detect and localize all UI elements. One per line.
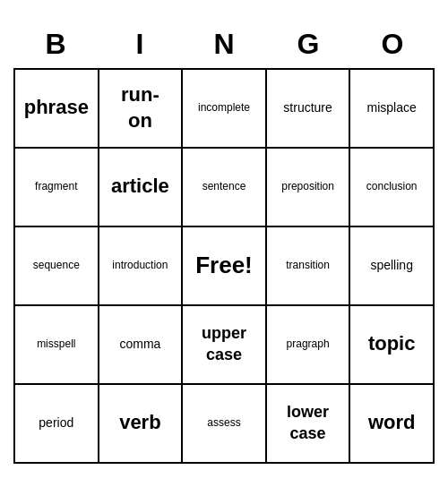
- cell-0-0: phrase: [15, 70, 99, 149]
- cell-3-3: pragraph: [267, 306, 351, 385]
- cell-4-2: assess: [183, 385, 267, 464]
- cell-1-4: conclusion: [350, 149, 435, 227]
- bingo-grid: phraserun- onincompletestructuremisplace…: [13, 68, 435, 464]
- cell-0-3: structure: [267, 70, 351, 149]
- header-letter: N: [182, 24, 266, 64]
- cell-2-3: transition: [267, 227, 351, 306]
- cell-2-1: introduction: [99, 227, 184, 306]
- cell-3-0: misspell: [15, 306, 99, 385]
- cell-4-3: lower case: [267, 385, 351, 464]
- header-letter: B: [13, 24, 98, 64]
- cell-3-1: comma: [99, 306, 184, 385]
- cell-1-1: article: [99, 149, 184, 227]
- cell-0-2: incomplete: [183, 70, 267, 149]
- cell-2-2: Free!: [183, 227, 267, 306]
- cell-3-2: upper case: [183, 306, 267, 385]
- header-letter: I: [98, 24, 182, 64]
- bingo-card: BINGO phraserun- onincompletestructuremi…: [13, 24, 435, 464]
- cell-2-0: sequence: [15, 227, 99, 306]
- bingo-header: BINGO: [13, 24, 435, 64]
- header-letter: G: [266, 24, 350, 64]
- cell-3-4: topic: [350, 306, 435, 385]
- cell-4-4: word: [350, 385, 435, 464]
- cell-0-1: run- on: [99, 70, 184, 149]
- cell-2-4: spelling: [350, 227, 435, 306]
- cell-1-3: preposition: [267, 149, 351, 227]
- header-letter: O: [350, 24, 435, 64]
- cell-4-1: verb: [99, 385, 184, 464]
- cell-1-2: sentence: [183, 149, 267, 227]
- cell-0-4: misplace: [350, 70, 435, 149]
- cell-1-0: fragment: [15, 149, 99, 227]
- cell-4-0: period: [15, 385, 99, 464]
